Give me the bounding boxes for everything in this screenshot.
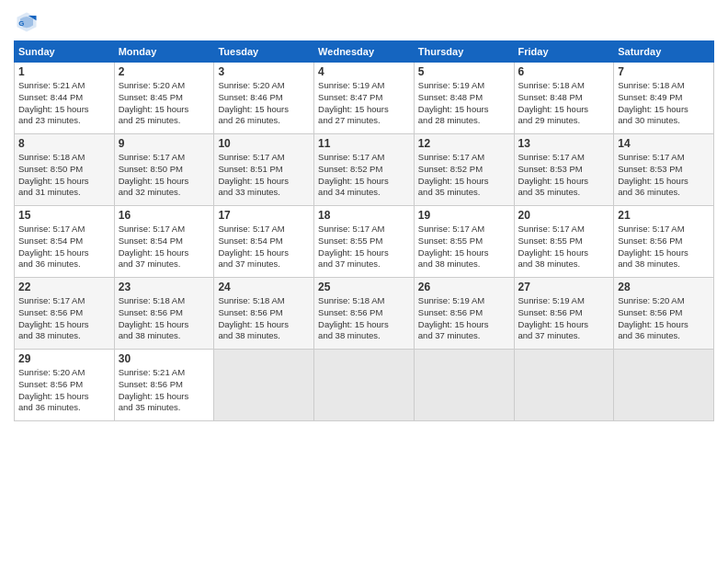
header: G — [14, 9, 714, 35]
day-info: Sunrise: 5:18 AMSunset: 8:56 PMDaylight:… — [318, 295, 410, 342]
day-info: Sunrise: 5:20 AMSunset: 8:46 PMDaylight:… — [218, 80, 310, 127]
calendar-cell — [214, 350, 314, 421]
day-info: Sunrise: 5:19 AMSunset: 8:48 PMDaylight:… — [418, 80, 510, 127]
calendar-cell: 18Sunrise: 5:17 AMSunset: 8:55 PMDayligh… — [314, 206, 415, 278]
calendar-header: SundayMondayTuesdayWednesdayThursdayFrid… — [15, 41, 714, 63]
calendar-cell: 17Sunrise: 5:17 AMSunset: 8:54 PMDayligh… — [214, 206, 314, 278]
calendar-cell: 14Sunrise: 5:17 AMSunset: 8:53 PMDayligh… — [614, 134, 714, 206]
day-number: 25 — [318, 281, 410, 293]
day-info: Sunrise: 5:18 AMSunset: 8:50 PMDaylight:… — [18, 152, 110, 199]
calendar-cell: 12Sunrise: 5:17 AMSunset: 8:52 PMDayligh… — [414, 134, 514, 206]
calendar-cell: 13Sunrise: 5:17 AMSunset: 8:53 PMDayligh… — [514, 134, 614, 206]
col-header-wednesday: Wednesday — [314, 41, 415, 63]
calendar-cell — [414, 350, 514, 421]
day-info: Sunrise: 5:18 AMSunset: 8:56 PMDaylight:… — [218, 295, 310, 342]
day-number: 19 — [418, 209, 510, 222]
logo-icon: G — [14, 9, 40, 35]
day-info: Sunrise: 5:19 AMSunset: 8:56 PMDaylight:… — [418, 295, 510, 342]
day-number: 6 — [518, 65, 610, 78]
calendar-cell — [614, 350, 714, 421]
svg-text:G: G — [18, 19, 24, 28]
calendar-cell: 23Sunrise: 5:18 AMSunset: 8:56 PMDayligh… — [114, 278, 214, 350]
calendar-cell: 24Sunrise: 5:18 AMSunset: 8:56 PMDayligh… — [214, 278, 314, 350]
day-info: Sunrise: 5:17 AMSunset: 8:51 PMDaylight:… — [218, 152, 310, 199]
week-row-2: 8Sunrise: 5:18 AMSunset: 8:50 PMDaylight… — [15, 134, 714, 206]
day-number: 12 — [418, 137, 510, 150]
logo: G — [14, 9, 43, 35]
day-info: Sunrise: 5:17 AMSunset: 8:55 PMDaylight:… — [418, 224, 510, 270]
header-row: SundayMondayTuesdayWednesdayThursdayFrid… — [15, 41, 714, 63]
week-row-3: 15Sunrise: 5:17 AMSunset: 8:54 PMDayligh… — [15, 206, 714, 278]
day-number: 13 — [518, 137, 610, 150]
day-number: 28 — [618, 281, 710, 293]
col-header-tuesday: Tuesday — [214, 41, 314, 63]
day-number: 4 — [318, 65, 410, 78]
day-info: Sunrise: 5:19 AMSunset: 8:47 PMDaylight:… — [318, 80, 410, 127]
day-info: Sunrise: 5:17 AMSunset: 8:53 PMDaylight:… — [518, 152, 610, 199]
day-info: Sunrise: 5:17 AMSunset: 8:53 PMDaylight:… — [618, 152, 710, 199]
calendar-cell: 20Sunrise: 5:17 AMSunset: 8:55 PMDayligh… — [514, 206, 614, 278]
calendar-cell: 3Sunrise: 5:20 AMSunset: 8:46 PMDaylight… — [214, 63, 314, 134]
calendar-cell: 26Sunrise: 5:19 AMSunset: 8:56 PMDayligh… — [414, 278, 514, 350]
calendar-table: SundayMondayTuesdayWednesdayThursdayFrid… — [14, 40, 714, 421]
day-info: Sunrise: 5:18 AMSunset: 8:49 PMDaylight:… — [618, 80, 710, 127]
col-header-monday: Monday — [114, 41, 214, 63]
col-header-sunday: Sunday — [15, 41, 115, 63]
day-number: 15 — [18, 209, 110, 222]
day-number: 2 — [119, 65, 210, 78]
day-info: Sunrise: 5:18 AMSunset: 8:48 PMDaylight:… — [518, 80, 610, 127]
calendar-cell: 9Sunrise: 5:17 AMSunset: 8:50 PMDaylight… — [114, 134, 214, 206]
day-info: Sunrise: 5:17 AMSunset: 8:50 PMDaylight:… — [119, 152, 210, 199]
calendar-cell: 5Sunrise: 5:19 AMSunset: 8:48 PMDaylight… — [414, 63, 514, 134]
calendar-cell: 25Sunrise: 5:18 AMSunset: 8:56 PMDayligh… — [314, 278, 415, 350]
day-number: 27 — [518, 281, 610, 293]
day-number: 21 — [618, 209, 710, 222]
day-number: 10 — [218, 137, 310, 150]
week-row-1: 1Sunrise: 5:21 AMSunset: 8:44 PMDaylight… — [15, 63, 714, 134]
calendar-cell — [514, 350, 614, 421]
day-number: 29 — [18, 352, 110, 365]
day-number: 5 — [418, 65, 510, 78]
day-number: 30 — [119, 352, 210, 365]
calendar-cell: 28Sunrise: 5:20 AMSunset: 8:56 PMDayligh… — [614, 278, 714, 350]
day-number: 14 — [618, 137, 710, 150]
calendar-cell: 1Sunrise: 5:21 AMSunset: 8:44 PMDaylight… — [15, 63, 115, 134]
day-number: 3 — [218, 65, 310, 78]
week-row-5: 29Sunrise: 5:20 AMSunset: 8:56 PMDayligh… — [15, 350, 714, 421]
calendar-cell: 22Sunrise: 5:17 AMSunset: 8:56 PMDayligh… — [15, 278, 115, 350]
calendar-cell: 27Sunrise: 5:19 AMSunset: 8:56 PMDayligh… — [514, 278, 614, 350]
calendar-cell: 19Sunrise: 5:17 AMSunset: 8:55 PMDayligh… — [414, 206, 514, 278]
day-number: 26 — [418, 281, 510, 293]
week-row-4: 22Sunrise: 5:17 AMSunset: 8:56 PMDayligh… — [15, 278, 714, 350]
calendar-cell: 16Sunrise: 5:17 AMSunset: 8:54 PMDayligh… — [114, 206, 214, 278]
day-number: 17 — [218, 209, 310, 222]
calendar-body: 1Sunrise: 5:21 AMSunset: 8:44 PMDaylight… — [15, 63, 714, 421]
page: G SundayMondayTuesdayWednesdayThursdayFr… — [0, 0, 728, 563]
calendar-cell: 8Sunrise: 5:18 AMSunset: 8:50 PMDaylight… — [15, 134, 115, 206]
day-info: Sunrise: 5:17 AMSunset: 8:54 PMDaylight:… — [218, 224, 310, 270]
calendar-cell: 21Sunrise: 5:17 AMSunset: 8:56 PMDayligh… — [614, 206, 714, 278]
calendar-cell — [314, 350, 415, 421]
col-header-saturday: Saturday — [614, 41, 714, 63]
day-info: Sunrise: 5:20 AMSunset: 8:56 PMDaylight:… — [18, 367, 110, 414]
day-number: 7 — [618, 65, 710, 78]
calendar-cell: 29Sunrise: 5:20 AMSunset: 8:56 PMDayligh… — [15, 350, 115, 421]
day-number: 9 — [119, 137, 210, 150]
day-info: Sunrise: 5:21 AMSunset: 8:44 PMDaylight:… — [18, 80, 110, 127]
day-info: Sunrise: 5:17 AMSunset: 8:56 PMDaylight:… — [618, 224, 710, 270]
day-number: 23 — [119, 281, 210, 293]
day-info: Sunrise: 5:20 AMSunset: 8:56 PMDaylight:… — [618, 295, 710, 342]
day-info: Sunrise: 5:20 AMSunset: 8:45 PMDaylight:… — [119, 80, 210, 127]
day-number: 16 — [119, 209, 210, 222]
day-number: 20 — [518, 209, 610, 222]
day-number: 11 — [318, 137, 410, 150]
day-info: Sunrise: 5:17 AMSunset: 8:54 PMDaylight:… — [119, 224, 210, 270]
day-info: Sunrise: 5:17 AMSunset: 8:55 PMDaylight:… — [318, 224, 410, 270]
day-number: 8 — [18, 137, 110, 150]
col-header-thursday: Thursday — [414, 41, 514, 63]
calendar-cell: 15Sunrise: 5:17 AMSunset: 8:54 PMDayligh… — [15, 206, 115, 278]
calendar-cell: 11Sunrise: 5:17 AMSunset: 8:52 PMDayligh… — [314, 134, 415, 206]
day-info: Sunrise: 5:17 AMSunset: 8:54 PMDaylight:… — [18, 224, 110, 270]
day-number: 22 — [18, 281, 110, 293]
day-info: Sunrise: 5:19 AMSunset: 8:56 PMDaylight:… — [518, 295, 610, 342]
